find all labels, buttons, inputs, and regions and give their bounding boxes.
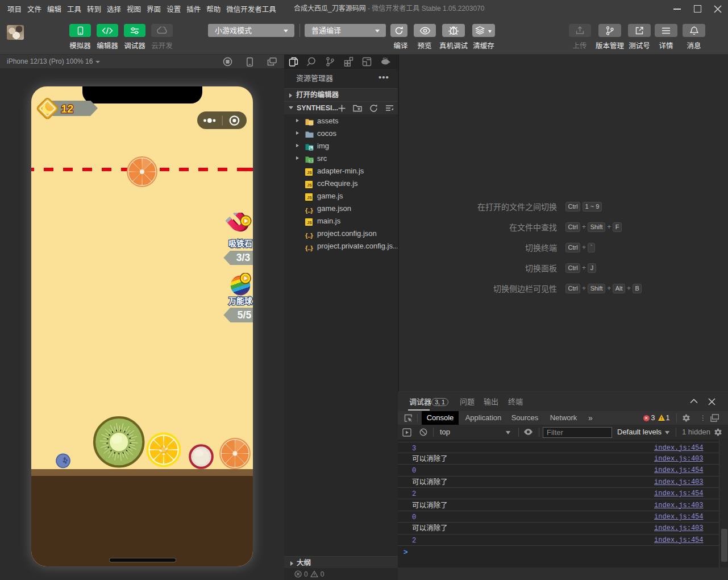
svg-text:万能球: 万能球 <box>228 295 253 306</box>
svg-text:吸铁石: 吸铁石 <box>228 237 252 248</box>
svg-text:12: 12 <box>61 102 74 115</box>
